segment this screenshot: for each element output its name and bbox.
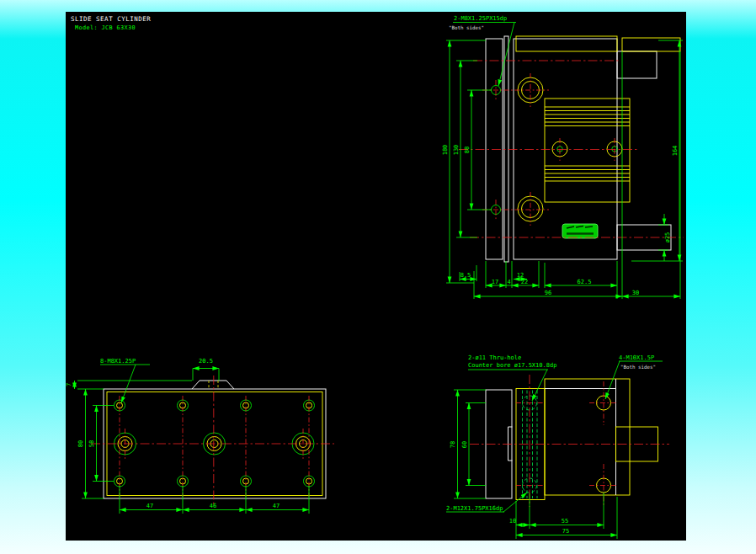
dim-75: 75 (562, 528, 569, 535)
dim-22: 22 (521, 279, 528, 285)
drawing-sheet (66, 12, 686, 541)
note-thread: 8-M8X1.25P (100, 358, 136, 365)
note-thru-hole-line1: 2-ø11 Thru-hole (468, 354, 521, 361)
cad-drawing-canvas: SLIDE SEAT CYLINDER Model: JCB 63X30 (0, 0, 756, 554)
dim-58: 58 (88, 440, 95, 447)
note-thru-hole-line2: Counter bore ø17.5X10.8dp (468, 362, 556, 369)
dim-78: 78 (450, 441, 456, 448)
dim-rod-dia: ø25 (664, 232, 671, 243)
dim-4: 4 (507, 279, 510, 285)
dim-55: 55 (562, 518, 568, 525)
dim-7: 7 (66, 383, 72, 386)
dim-8p5: 8.5 (461, 272, 471, 279)
note-thread-sub: "Both sides" (449, 25, 484, 30)
dim-20p5: 20.5 (199, 358, 213, 365)
dim-47b: 47 (273, 503, 280, 509)
dim-17: 17 (492, 279, 498, 285)
dim-96: 96 (545, 290, 551, 296)
dim-46: 46 (210, 503, 216, 509)
dim-180: 180 (442, 145, 449, 156)
note-m10: 4-M10X1.5P (619, 354, 654, 361)
logo-badge (562, 224, 598, 238)
dim-10: 10 (509, 518, 516, 525)
note-m12: 2-M12X1.75PX16dp (446, 505, 503, 512)
dim-62p5: 62.5 (578, 279, 592, 285)
drawing-title: SLIDE SEAT CYLINDER (71, 15, 151, 23)
dim-30: 30 (632, 290, 639, 296)
dim-47a: 47 (146, 503, 153, 509)
dim-164: 164 (672, 146, 679, 157)
dim-60: 60 (461, 441, 468, 448)
note-thread: 2-M8X1.25PX15dp (454, 15, 507, 22)
desktop-background: SLIDE SEAT CYLINDER Model: JCB 63X30 (0, 0, 756, 554)
dim-12: 12 (517, 272, 524, 279)
note-m10-sub: "Both sides" (620, 365, 656, 370)
dim-130: 130 (453, 145, 460, 156)
dim-88: 88 (464, 146, 471, 153)
dim-80: 80 (77, 440, 84, 447)
drawing-model: Model: JCB 63X30 (75, 24, 136, 31)
